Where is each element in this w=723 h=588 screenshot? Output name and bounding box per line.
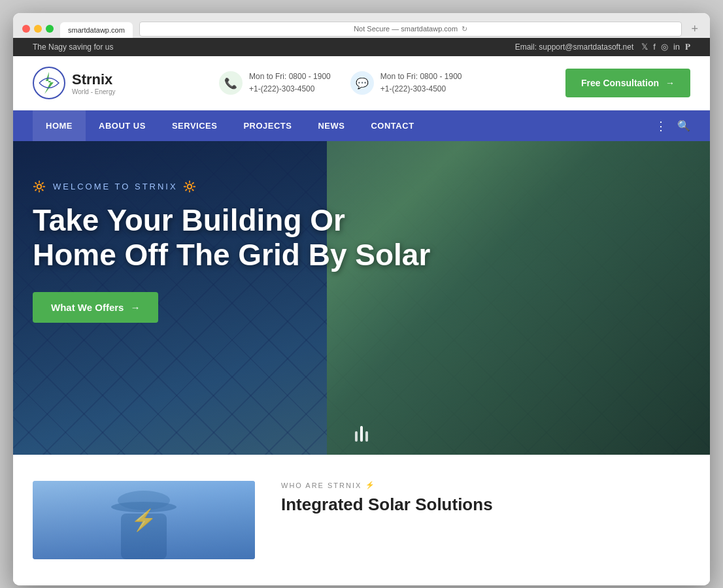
nav-home[interactable]: HOME [33,110,86,141]
phone-text-2: Mon to Fri: 0800 - 1900 +1-(222)-303-450… [380,71,462,95]
who-label: WHO ARE STRNIX ⚡ [281,481,690,489]
linkedin-icon[interactable]: in [673,42,680,52]
topbar-left: The Nagy saving for us [33,42,113,52]
social-icons: 𝕏 f ◎ in 𝐏 [641,42,690,52]
phone-symbol-1: 📞 [224,77,237,90]
close-dot[interactable] [22,25,30,33]
slide-bar-1 [355,431,358,442]
slide-bar-2 [360,426,363,442]
who-label-text: WHO ARE STRNIX [281,482,362,489]
solar-icon-right: 🔆 [183,180,198,193]
brand-tagline: World - Energy [72,88,116,95]
lightning-icon: ⚡ [365,481,376,489]
browser-dots [22,25,54,33]
phone-number-1: +1-(222)-303-4500 [249,83,331,95]
tab-label: smartdatawp.com [68,26,125,34]
topbar-right: Email: support@smartdatasoft.net 𝕏 f ◎ i… [515,42,690,52]
hero-title: Take Your Building Or Home Off The Grid … [33,203,438,272]
phone-2: 💬 Mon to Fri: 0800 - 1900 +1-(222)-303-4… [350,71,462,95]
hero-title-line1: Take Your Building Or [33,203,345,237]
facebook-icon[interactable]: f [653,42,656,52]
below-hero-image: ⚡ [33,481,255,559]
phone-icon-1: 📞 [219,71,243,95]
hero-subtitle-text: WELCOME TO STRNIX [53,182,178,191]
instagram-icon[interactable]: ◎ [661,42,668,52]
nav-contact[interactable]: CONTACT [358,110,427,141]
minimize-dot[interactable] [34,25,42,33]
twitter-icon[interactable]: 𝕏 [641,42,648,52]
main-nav: HOME ABOUT US SERVICES PROJECTS NEWS CON… [13,110,710,141]
browser-tab[interactable]: smartdatawp.com [60,22,133,38]
logo[interactable]: Strnix World - Energy [33,67,116,99]
solar-icon-left: 🔆 [33,180,48,193]
arrow-icon: → [665,78,675,88]
chat-symbol: 💬 [356,77,369,90]
free-consultation-button[interactable]: Free Consultation → [565,69,690,97]
slide-indicator [355,426,368,442]
logo-text: Strnix World - Energy [72,71,116,95]
contact-info: 📞 Mon to Fri: 0800 - 1900 +1-(222)-303-4… [219,71,462,95]
brand-name: Strnix [72,71,116,88]
nav-news[interactable]: NEWS [305,110,358,141]
hero-subtitle: 🔆 WELCOME TO STRNIX 🔆 [33,180,438,193]
pinterest-icon[interactable]: 𝐏 [685,42,690,52]
nav-about[interactable]: ABOUT US [86,110,159,141]
below-hero-text: WHO ARE STRNIX ⚡ Integrated Solar Soluti… [281,481,690,559]
address-bar[interactable]: Not Secure — smartdatawp.com ↻ [139,22,682,37]
svg-point-0 [33,67,65,99]
site-header: Strnix World - Energy 📞 Mon to Fri: 0800… [13,56,710,110]
browser-window: smartdatawp.com Not Secure — smartdatawp… [13,13,710,585]
website-content: The Nagy saving for us Email: support@sm… [13,38,710,585]
nav-projects[interactable]: PROJECTS [230,110,305,141]
hero-title-line2: Home Off The Grid By Solar [33,238,430,272]
below-hero-title: Integrated Solar Solutions [281,495,690,515]
hero-cta-arrow: → [130,302,140,313]
address-text: Not Secure — smartdatawp.com [354,25,458,33]
hero-cta-label: What We Offers [51,302,124,313]
nav-services[interactable]: SERVICES [159,110,231,141]
new-tab-button[interactable]: + [688,22,701,36]
nav-menu-dots[interactable]: ⋮ [655,119,667,133]
below-hero-section: ⚡ WHO ARE STRNIX ⚡ Integrated Solar Solu… [13,455,710,585]
topbar-email: Email: support@smartdatasoft.net [515,42,634,52]
nav-links: HOME ABOUT US SERVICES PROJECTS NEWS CON… [33,110,428,141]
free-consultation-label: Free Consultation [581,78,659,88]
phone-hours-1: Mon to Fri: 0800 - 1900 [249,71,331,83]
hero-section: 🔆 WELCOME TO STRNIX 🔆 Take Your Building… [13,141,710,455]
phone-number-2: +1-(222)-303-4500 [380,83,462,95]
reload-icon[interactable]: ↻ [462,25,467,33]
slide-bar-3 [365,431,368,442]
phone-hours-2: Mon to Fri: 0800 - 1900 [380,71,462,83]
top-bar: The Nagy saving for us Email: support@sm… [13,38,710,56]
hero-cta-button[interactable]: What We Offers → [33,292,158,323]
logo-icon [33,67,65,99]
phone-icon-2: 💬 [350,71,374,95]
phone-text-1: Mon to Fri: 0800 - 1900 +1-(222)-303-450… [249,71,331,95]
browser-chrome: smartdatawp.com Not Secure — smartdatawp… [13,13,710,38]
lightning-overlay: ⚡ [131,508,157,532]
hero-content: 🔆 WELCOME TO STRNIX 🔆 Take Your Building… [13,141,458,323]
nav-right: ⋮ 🔍 [655,119,690,133]
search-icon[interactable]: 🔍 [677,120,690,132]
phone-1: 📞 Mon to Fri: 0800 - 1900 +1-(222)-303-4… [219,71,331,95]
maximize-dot[interactable] [46,25,54,33]
